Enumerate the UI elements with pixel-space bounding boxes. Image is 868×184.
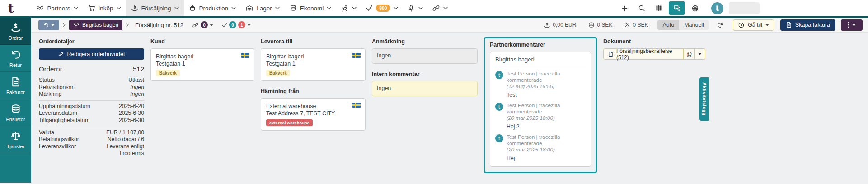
history-dropdown-button[interactable] [38, 20, 59, 30]
deliver-to-card[interactable]: Birgittas bageri Testgatan 1 Bakverk [261, 48, 366, 81]
runner-icon [341, 4, 349, 12]
nav-rocket-menu[interactable] [403, 0, 427, 16]
comment-text: Hej 2 [507, 123, 586, 130]
sidebar-item-fakturor[interactable]: Fakturor [0, 72, 31, 99]
row-label: Rekvisitionsnr. [39, 84, 75, 91]
toggle-auto[interactable]: Auto [657, 20, 679, 30]
chevron-down-icon [231, 7, 236, 9]
document-button-group: Försäljningsbekräftelse (512) @ [603, 48, 705, 60]
caret-down-icon [247, 24, 251, 26]
pickup-from-card[interactable]: External warehouse Test Address 7, TEST … [261, 98, 366, 131]
user-avatar[interactable]: t [711, 2, 723, 14]
nav-forsaljning[interactable]: Försäljning [126, 0, 184, 16]
order-number-row: Ordernr. 512 [39, 65, 144, 73]
app-logo[interactable]: t [8, 2, 14, 14]
coins-icon [10, 104, 21, 114]
nav-lager[interactable]: Lager [241, 0, 285, 16]
pickup-from-tag: external warehouse [266, 119, 313, 126]
breadcrumb-separator-icon [63, 23, 66, 27]
caret-down-icon [210, 24, 213, 26]
check-icon [366, 5, 373, 12]
breadcrumb-order-label: Försäljning nr. 512 [135, 22, 183, 28]
user-name-placeholder[interactable] [729, 2, 760, 14]
document-dropdown-button[interactable] [695, 48, 705, 60]
search-button[interactable] [634, 1, 649, 15]
caret-down-icon [698, 53, 702, 55]
validation-dropdown[interactable]: 0 1 [221, 21, 251, 28]
chat-bubbles-icon [673, 5, 681, 12]
sidebar-item-label: Prislistor [6, 117, 25, 122]
nav-lager-label: Lager [256, 5, 272, 12]
email-document-button[interactable]: @ [684, 48, 695, 60]
percent-icon [624, 22, 630, 28]
order-content: Orderdetaljer Redigera orderhuvudet Orde… [31, 33, 868, 173]
nav-inkop[interactable]: Inköp [83, 0, 126, 16]
nav-integrations-menu[interactable] [427, 0, 452, 16]
globe-icon [691, 5, 699, 12]
remark-field[interactable]: Ingen [372, 48, 478, 64]
breadcrumb-partner-label: Birgittas bageri [82, 22, 118, 28]
detail-row-status: Status Utkast [39, 77, 144, 84]
nav-produktion[interactable]: Produktion [184, 0, 241, 16]
breadcrumb-partner-chip[interactable]: Birgittas bageri [69, 20, 122, 30]
deliver-to-title: Leverera till [261, 38, 366, 45]
arrow-circle-icon [738, 22, 745, 28]
comment-text: Hej [507, 155, 586, 161]
comment-date: (20 mar 2025 18:00) [507, 115, 586, 121]
order-cost-sek: 0 SEK [588, 22, 612, 28]
order-number-label: Ordernr. [39, 65, 64, 73]
sidebar-item-ordrar[interactable]: Ordrar [0, 18, 31, 45]
internal-comment-field[interactable]: Ingen [372, 81, 478, 96]
row-label: Betalningsvillkor [39, 136, 79, 143]
detail-row-betalningsvillkor: Betalningsvillkor Netto dagar / 6 [39, 136, 144, 143]
chevron-down-icon [418, 7, 423, 9]
nav-tasks-menu[interactable]: 800 [361, 0, 403, 16]
linked-orders-dropdown[interactable]: 0 [192, 21, 213, 28]
barcode-icon [655, 5, 662, 12]
edit-order-header-button[interactable]: Redigera orderhuvudet [39, 48, 144, 60]
activity-log-tab[interactable]: Aktivitetslogg [699, 77, 709, 121]
more-actions-button[interactable] [841, 19, 863, 31]
go-to-button[interactable]: Gå till [733, 19, 774, 31]
sidebar-item-label: Ordrar [9, 35, 23, 41]
nav-ekonomi[interactable]: Ekonomi [285, 0, 337, 16]
order-toolbar: Birgittas bageri Försäljning nr. 512 0 0… [31, 18, 868, 33]
sidebar-item-tjanster[interactable]: Tjänster [0, 126, 31, 153]
refresh-icon[interactable] [717, 22, 724, 28]
validation-ok-badge: 0 [229, 21, 236, 28]
chevron-down-icon [394, 7, 398, 9]
detail-row-leveransdatum: Leveransdatum 2025-6-30 [39, 110, 144, 117]
comments-partner-name: Birgittas bageri [495, 56, 586, 66]
detail-row-rekvisitionsnr: Rekvisitionsnr. Ingen [39, 84, 144, 91]
chat-button[interactable] [669, 1, 685, 15]
nav-ekonomi-label: Ekonomi [300, 5, 324, 12]
activity-log-label: Aktivitetslogg [702, 82, 707, 116]
create-invoice-button[interactable]: Skapa faktura [780, 19, 835, 31]
order-margin-sek: 0 SEK [624, 22, 648, 28]
validation-error-badge: 1 [238, 21, 245, 28]
barcode-button[interactable] [652, 1, 666, 15]
create-new-button[interactable] [617, 1, 632, 15]
sales-confirmation-button[interactable]: Försäljningsbekräftelse (512) [603, 48, 684, 60]
sidebar-item-retur[interactable]: Retur [0, 45, 31, 72]
nav-partners[interactable]: Partners [32, 0, 83, 16]
comment-author: Test Person | tracezilla kommenterade [507, 134, 586, 146]
row-label: Tillgänglighetsdatum [39, 117, 89, 124]
row-value: Ingen [130, 91, 144, 98]
toggle-manual[interactable]: Manuell [679, 20, 709, 30]
comment-item: t Test Person | tracezilla kommenterade … [495, 102, 586, 130]
customer-card[interactable]: Birgittas bageri Testgatan 1 Bakverk [150, 48, 254, 81]
sweden-flag-icon [241, 53, 249, 58]
scale-icon [10, 131, 21, 142]
detail-row-tillganglighetsdatum: Tillgänglighetsdatum 2025-6-30 [39, 117, 144, 124]
nav-logistics-menu[interactable] [336, 0, 361, 16]
document-icon [608, 51, 614, 57]
row-label: Valuta [39, 129, 54, 137]
search-icon [638, 5, 645, 12]
row-label: Leveransdatum [39, 110, 77, 117]
help-button[interactable] [688, 1, 702, 15]
top-navigation-bar: t Partners Inköp Försäljning Produktion … [0, 0, 868, 16]
row-value: Utkast [128, 77, 144, 84]
row-value: 2025-6-30 [119, 117, 144, 124]
sidebar-item-prislistor[interactable]: Prislistor [0, 99, 31, 126]
